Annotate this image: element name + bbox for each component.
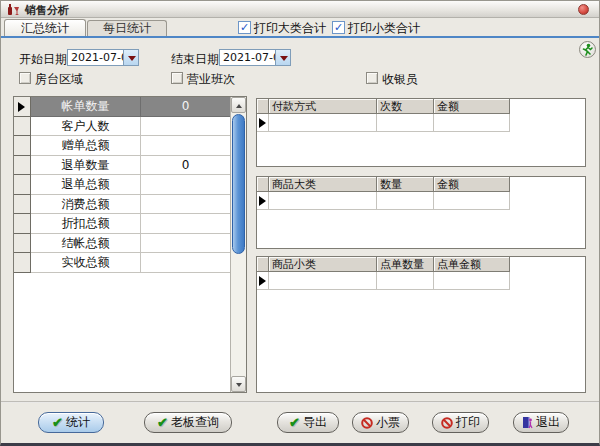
green-check-icon: ✔: [289, 416, 300, 429]
row-label: 退单数量: [31, 156, 141, 176]
tab-summary-statistics[interactable]: 汇总统计: [4, 19, 86, 36]
row-value: [141, 117, 230, 137]
vertical-scrollbar[interactable]: [230, 97, 246, 392]
table-row[interactable]: 结帐总额: [14, 234, 230, 254]
end-date-dropdown-icon[interactable]: [275, 50, 290, 65]
button-label: 退出: [536, 414, 560, 431]
row-value: [141, 175, 230, 195]
row-value: [141, 234, 230, 254]
row-selector: [257, 114, 269, 132]
column-header: 点单金额: [434, 257, 510, 272]
row-label: 客户人数: [31, 117, 141, 137]
button-label: 打印: [456, 414, 480, 431]
green-check-icon: ✔: [157, 416, 168, 429]
column-header: 数量: [377, 177, 434, 192]
row-value: [141, 195, 230, 215]
row-selector: [14, 195, 31, 215]
button-label: 统计: [66, 414, 90, 431]
run-man-icon[interactable]: [579, 41, 596, 58]
statistics-button[interactable]: ✔ 统计: [38, 412, 104, 433]
cashier-checkbox[interactable]: [366, 72, 378, 84]
row-selector: [14, 253, 31, 273]
boss-query-button[interactable]: ✔ 老板查询: [144, 412, 232, 433]
cell: [434, 114, 510, 132]
summary-table: 帐单数量 0 客户人数 赠单总额 退单数量 0 退单总额 消费总额: [13, 96, 247, 393]
cell: [269, 192, 377, 210]
export-button[interactable]: ✔ 导出: [277, 412, 339, 433]
row-label: 赠单总额: [31, 136, 141, 156]
payment-table: 付款方式 次数 金额: [256, 98, 586, 167]
row-value: [141, 253, 230, 273]
current-row-arrow-icon: [18, 102, 25, 112]
table-row[interactable]: 退单总额: [14, 175, 230, 195]
cashier-label: 收银员: [382, 71, 418, 88]
table-row[interactable]: [257, 272, 585, 290]
column-header: 商品小类: [269, 257, 377, 272]
cell: [434, 192, 510, 210]
row-selector: [257, 192, 269, 210]
header-selector: [257, 99, 269, 114]
business-shift-label: 营业班次: [187, 71, 235, 88]
start-date-label: 开始日期: [19, 51, 67, 68]
cell: [269, 114, 377, 132]
tab-daily-statistics[interactable]: 每日统计: [87, 20, 167, 36]
tab-divider: [1, 36, 599, 38]
table-row[interactable]: 消费总额: [14, 195, 230, 215]
receipt-button[interactable]: 小票: [352, 412, 409, 433]
row-selector: [14, 175, 31, 195]
row-value: 0: [141, 97, 230, 117]
table-row[interactable]: 客户人数: [14, 117, 230, 137]
table-row[interactable]: 赠单总额: [14, 136, 230, 156]
row-selector: [14, 156, 31, 176]
print-major-total-label: 打印大类合计: [254, 20, 326, 37]
sales-analysis-window: 销售分析 汇总统计 每日统计 ✓ 打印大类合计 ✓ 打印小类合计 开始日期 20…: [0, 0, 600, 446]
cell: [377, 192, 434, 210]
app-logo-icon: [7, 3, 20, 16]
print-button[interactable]: 打印: [432, 412, 489, 433]
green-check-icon: ✔: [52, 416, 63, 429]
table-row[interactable]: 帐单数量 0: [14, 97, 230, 117]
exit-door-icon: [522, 416, 533, 429]
print-minor-total-checkbox[interactable]: ✓: [332, 21, 345, 34]
exit-button[interactable]: 退出: [513, 412, 569, 433]
row-value: 0: [141, 156, 230, 176]
header-selector: [257, 177, 269, 192]
no-sign-icon: [441, 417, 453, 429]
button-label: 小票: [376, 414, 400, 431]
start-date-dropdown-icon[interactable]: [123, 50, 138, 65]
no-sign-icon: [361, 417, 373, 429]
current-row-arrow-icon: [259, 196, 266, 206]
table-row[interactable]: [257, 114, 585, 132]
close-icon[interactable]: [578, 4, 589, 15]
button-label: 导出: [303, 414, 327, 431]
row-selector: [14, 117, 31, 137]
cell: [434, 272, 510, 290]
column-header: 商品大类: [269, 177, 377, 192]
column-header: 金额: [434, 177, 510, 192]
room-area-checkbox[interactable]: [19, 72, 31, 84]
row-label: 结帐总额: [31, 234, 141, 254]
row-label: 消费总额: [31, 195, 141, 215]
table-row[interactable]: 退单数量 0: [14, 156, 230, 176]
cell: [377, 114, 434, 132]
row-selector: [14, 136, 31, 156]
print-major-total-checkbox[interactable]: ✓: [238, 21, 251, 34]
scroll-up-icon[interactable]: [231, 97, 246, 113]
row-label: 折扣总额: [31, 214, 141, 234]
table-row[interactable]: [257, 192, 585, 210]
start-date-combobox[interactable]: 2021-07-01: [67, 49, 139, 66]
scrollbar-thumb[interactable]: [232, 114, 245, 254]
current-row-arrow-icon: [259, 276, 266, 286]
cell: [269, 272, 377, 290]
title-bar: 销售分析: [1, 1, 599, 18]
button-label: 老板查询: [171, 414, 219, 431]
row-selector: [14, 214, 31, 234]
table-row[interactable]: 实收总额: [14, 253, 230, 273]
scroll-down-icon[interactable]: [231, 376, 246, 392]
row-selector: [14, 97, 31, 117]
table-row[interactable]: 折扣总额: [14, 214, 230, 234]
cell: [377, 272, 434, 290]
room-area-label: 房台区域: [35, 71, 83, 88]
end-date-combobox[interactable]: 2021-07-01: [219, 49, 291, 66]
business-shift-checkbox[interactable]: [171, 72, 183, 84]
